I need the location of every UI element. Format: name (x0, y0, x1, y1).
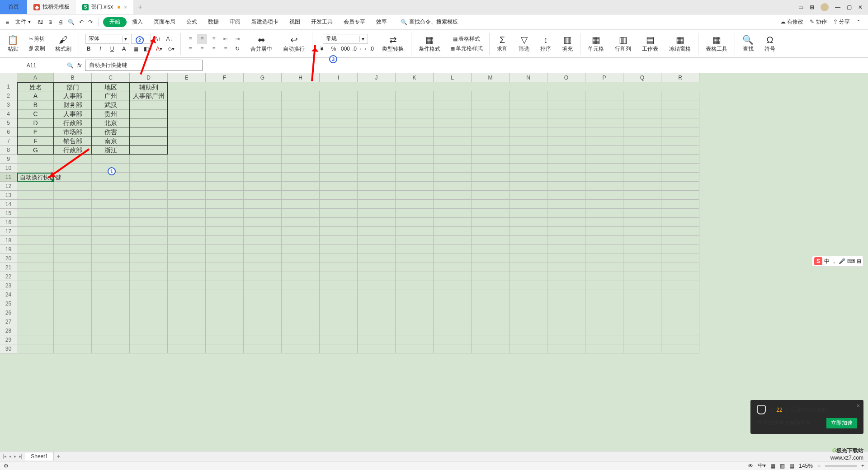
row-header[interactable]: 27 (0, 317, 17, 326)
zoom-level[interactable]: 145% (799, 463, 813, 469)
col-header[interactable]: P (585, 73, 623, 82)
cell[interactable] (509, 91, 547, 100)
col-header[interactable]: C (92, 73, 130, 82)
status-settings-icon[interactable]: ⚙ (4, 463, 9, 469)
cell[interactable] (320, 245, 358, 254)
rowcol-button[interactable]: ▥行和列 (612, 33, 634, 54)
cell[interactable]: 人事部 (54, 91, 92, 100)
cell[interactable] (130, 136, 168, 146)
cell[interactable] (320, 263, 358, 272)
cell[interactable] (661, 290, 699, 299)
cell[interactable] (168, 317, 206, 326)
cell[interactable] (244, 127, 282, 136)
cell[interactable] (623, 182, 661, 191)
qat-save-icon[interactable]: 🖫 (37, 18, 44, 26)
cell[interactable] (130, 263, 168, 272)
col-header[interactable]: J (358, 73, 396, 82)
cell[interactable] (206, 326, 244, 335)
cell[interactable] (585, 91, 623, 100)
cell[interactable] (396, 254, 434, 263)
cell[interactable]: 人事部广州 (130, 91, 168, 100)
row-header[interactable]: 28 (0, 326, 17, 335)
cell[interactable] (17, 272, 54, 281)
cell[interactable] (434, 118, 472, 127)
zoom-out-icon[interactable]: − (817, 463, 821, 469)
cell[interactable] (358, 227, 396, 236)
cell[interactable] (130, 281, 168, 290)
cell[interactable] (623, 299, 661, 308)
cell[interactable] (623, 317, 661, 326)
cell[interactable] (585, 218, 623, 227)
cell[interactable] (282, 118, 320, 127)
font-select[interactable]: 宋体▾ (85, 34, 129, 44)
tab-dev[interactable]: 开发工具 (306, 14, 338, 29)
cell[interactable] (54, 200, 92, 209)
cell[interactable] (509, 335, 547, 344)
cell[interactable]: 北京 (92, 118, 130, 127)
cell[interactable] (54, 299, 92, 308)
cell[interactable] (130, 272, 168, 281)
cell[interactable] (320, 218, 358, 227)
cell[interactable] (547, 326, 585, 335)
cell[interactable] (661, 245, 699, 254)
cell[interactable] (54, 308, 92, 317)
strike-button[interactable]: A̶ (119, 44, 129, 54)
cell[interactable] (92, 317, 130, 326)
cell[interactable]: 广州 (92, 91, 130, 100)
cell[interactable] (92, 344, 130, 353)
sheet-nav-prev-icon[interactable]: ◂ (9, 454, 11, 459)
freeze-button[interactable]: ▦冻结窗格 (666, 33, 693, 54)
column-headers[interactable]: ABCDEFGHIJKLMNOPQR (17, 73, 699, 82)
cell[interactable] (282, 326, 320, 335)
cell[interactable] (320, 200, 358, 209)
cell[interactable] (585, 164, 623, 173)
cell[interactable] (396, 182, 434, 191)
copy-button[interactable]: 🗐 复制 (27, 44, 47, 53)
cell[interactable] (547, 272, 585, 281)
cell[interactable]: 财务部 (54, 100, 92, 109)
cell[interactable] (661, 182, 699, 191)
cell[interactable] (472, 263, 509, 272)
cell[interactable] (282, 263, 320, 272)
select-all-corner[interactable] (0, 73, 17, 82)
cell[interactable] (206, 290, 244, 299)
cell[interactable] (585, 335, 623, 344)
cell[interactable] (130, 109, 168, 118)
cell[interactable] (661, 254, 699, 263)
cell[interactable] (472, 200, 509, 209)
cell[interactable]: F (17, 136, 54, 146)
cell[interactable] (661, 236, 699, 245)
cell[interactable] (396, 91, 434, 100)
cell[interactable] (282, 317, 320, 326)
sort-button[interactable]: ↕排序 (538, 33, 554, 54)
cell[interactable]: A (17, 91, 54, 100)
cell[interactable] (206, 344, 244, 353)
cell[interactable] (623, 335, 661, 344)
cell[interactable] (320, 91, 358, 100)
cell[interactable] (585, 100, 623, 109)
cell[interactable] (434, 317, 472, 326)
align-left-icon[interactable]: ≡ (185, 44, 195, 54)
cell[interactable] (547, 254, 585, 263)
comma-icon[interactable]: 000 (340, 44, 350, 54)
col-header[interactable]: R (661, 73, 699, 82)
table-style-button[interactable]: ▦ 表格样式 (451, 34, 482, 44)
cell[interactable] (509, 308, 547, 317)
cell[interactable] (472, 173, 509, 182)
cell[interactable] (130, 317, 168, 326)
cell[interactable] (585, 191, 623, 200)
cell[interactable] (130, 118, 168, 127)
cell[interactable] (54, 290, 92, 299)
cell[interactable] (547, 109, 585, 118)
cell[interactable] (168, 209, 206, 218)
cell[interactable] (358, 209, 396, 218)
cell[interactable] (434, 272, 472, 281)
cell[interactable] (320, 164, 358, 173)
cell[interactable] (320, 118, 358, 127)
cell[interactable] (282, 191, 320, 200)
cell[interactable] (472, 118, 509, 127)
cell[interactable] (547, 191, 585, 200)
cell[interactable] (54, 272, 92, 281)
cell[interactable] (206, 164, 244, 173)
cell[interactable] (320, 290, 358, 299)
